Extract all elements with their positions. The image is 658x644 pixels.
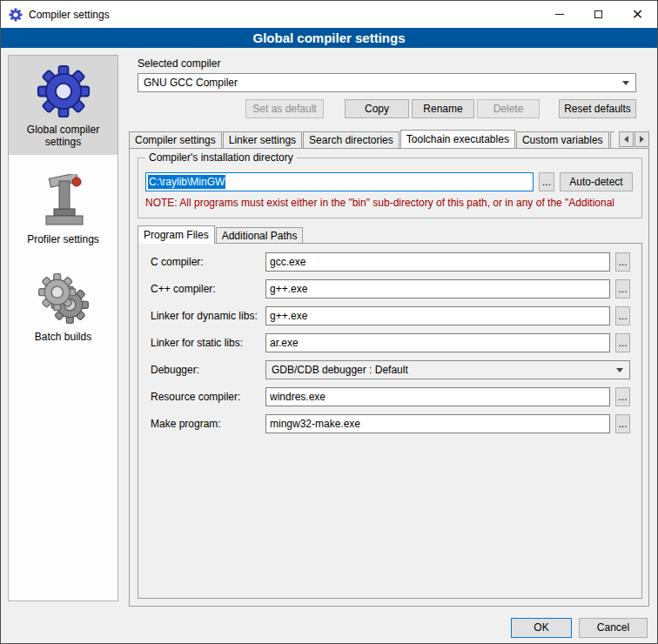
static-linker-label: Linker for static libs: bbox=[151, 333, 243, 352]
installation-note: NOTE: All programs must exist either in … bbox=[145, 197, 641, 209]
gray-gears-icon bbox=[37, 272, 91, 325]
tab-scroll-buttons bbox=[618, 131, 649, 147]
chevron-down-icon bbox=[616, 368, 623, 372]
maximize-button[interactable] bbox=[579, 1, 618, 28]
resource-compiler-row: Resource compiler: ... bbox=[138, 387, 641, 406]
c-compiler-row: C compiler: ... bbox=[138, 252, 641, 272]
cpp-compiler-label: C++ compiler: bbox=[151, 279, 216, 299]
close-button[interactable]: ✕ bbox=[618, 1, 657, 28]
tab-compiler-settings[interactable]: Compiler settings bbox=[129, 131, 222, 148]
tab-program-files[interactable]: Program Files bbox=[138, 225, 215, 244]
sidebar-item-label: Profiler settings bbox=[10, 233, 116, 245]
compiler-select-value: GNU GCC Compiler bbox=[144, 77, 238, 89]
sidebar-item-profiler-settings[interactable]: Profiler settings bbox=[9, 165, 118, 252]
make-program-label: Make program: bbox=[151, 414, 221, 433]
chevron-down-icon bbox=[622, 81, 629, 85]
browse-installation-directory-button[interactable]: ... bbox=[539, 172, 554, 191]
make-program-input[interactable] bbox=[265, 414, 610, 433]
resource-compiler-browse-button[interactable]: ... bbox=[615, 387, 630, 406]
static-linker-browse-button[interactable]: ... bbox=[615, 333, 630, 352]
arrow-left-icon bbox=[624, 136, 628, 143]
sidebar-item-label: Batch builds bbox=[10, 331, 116, 343]
installation-directory-group-title: Compiler's installation directory bbox=[145, 151, 297, 164]
make-program-row: Make program: ... bbox=[138, 414, 641, 433]
settings-tabstrip: Compiler settingsLinker settingsSearch d… bbox=[129, 130, 614, 148]
tab-scroll-left-button[interactable] bbox=[619, 131, 634, 147]
cpp-compiler-row: C++ compiler: ... bbox=[138, 279, 641, 299]
app-icon bbox=[9, 8, 23, 22]
sidebar-item-global-compiler-settings[interactable]: Global compiler settings bbox=[9, 56, 118, 155]
close-icon: ✕ bbox=[632, 8, 643, 22]
titlebar: Compiler settings ✕ bbox=[1, 1, 657, 28]
tab-toolchain-executables[interactable]: Toolchain executables bbox=[400, 130, 515, 148]
installation-directory-input[interactable]: C:\raylib\MinGW bbox=[145, 172, 534, 191]
tab-search-directories[interactable]: Search directories bbox=[303, 131, 400, 148]
selected-compiler-label: Selected compiler bbox=[138, 57, 220, 70]
static-linker-input[interactable] bbox=[265, 333, 610, 352]
program-files-tabstrip: Program FilesAdditional Paths bbox=[138, 225, 304, 244]
tab-build-options[interactable]: Buil bbox=[610, 131, 614, 148]
tab-linker-settings[interactable]: Linker settings bbox=[223, 131, 302, 148]
dynamic-linker-label: Linker for dynamic libs: bbox=[151, 306, 258, 325]
toolchain-executables-panel: Compiler's installation directory C:\ray… bbox=[129, 148, 649, 607]
profiler-tool-icon bbox=[37, 174, 90, 228]
c-compiler-label: C compiler: bbox=[151, 252, 204, 272]
maximize-icon bbox=[594, 10, 602, 18]
installation-directory-group: Compiler's installation directory C:\ray… bbox=[138, 158, 642, 218]
installation-directory-selected-text: C:\raylib\MinGW bbox=[148, 175, 225, 189]
dynamic-linker-input[interactable] bbox=[265, 306, 610, 325]
compiler-select[interactable]: GNU GCC Compiler bbox=[138, 73, 636, 92]
rename-button[interactable]: Rename bbox=[412, 99, 474, 118]
make-program-browse-button[interactable]: ... bbox=[615, 414, 630, 433]
debugger-select[interactable]: GDB/CDB debugger : Default bbox=[265, 360, 630, 379]
arrow-right-icon bbox=[640, 136, 644, 143]
c-compiler-browse-button[interactable]: ... bbox=[615, 252, 630, 272]
tab-additional-paths[interactable]: Additional Paths bbox=[216, 227, 304, 244]
dialog-body: Global compiler settings Profiler settin… bbox=[1, 48, 657, 643]
cpp-compiler-input[interactable] bbox=[265, 279, 610, 299]
static-linker-row: Linker for static libs: ... bbox=[138, 333, 641, 352]
delete-button: Delete bbox=[477, 99, 540, 118]
program-files-panel: C compiler: ... C++ compiler: ... Linker… bbox=[138, 243, 642, 599]
auto-detect-button[interactable]: Auto-detect bbox=[560, 172, 633, 191]
sidebar-item-batch-builds[interactable]: Batch builds bbox=[9, 263, 118, 350]
resource-compiler-input[interactable] bbox=[265, 387, 610, 406]
window-title: Compiler settings bbox=[29, 9, 110, 21]
debugger-row: Debugger: GDB/CDB debugger : Default bbox=[138, 360, 641, 379]
debugger-select-value: GDB/CDB debugger : Default bbox=[272, 364, 408, 376]
page-title: Global compiler settings bbox=[1, 28, 657, 48]
ok-button[interactable]: OK bbox=[511, 618, 572, 638]
main-panel: Selected compiler GNU GCC Compiler Set a… bbox=[127, 48, 649, 643]
dynamic-linker-row: Linker for dynamic libs: ... bbox=[138, 306, 641, 325]
resource-compiler-label: Resource compiler: bbox=[151, 387, 240, 406]
tab-custom-variables[interactable]: Custom variables bbox=[516, 131, 609, 148]
window-controls: ✕ bbox=[540, 1, 657, 28]
minimize-icon bbox=[555, 14, 564, 15]
compiler-settings-window: Compiler settings ✕ Global compiler sett… bbox=[0, 0, 658, 644]
debugger-label: Debugger: bbox=[151, 360, 199, 379]
cpp-compiler-browse-button[interactable]: ... bbox=[615, 279, 630, 299]
reset-defaults-button[interactable]: Reset defaults bbox=[559, 99, 636, 118]
dynamic-linker-browse-button[interactable]: ... bbox=[615, 306, 630, 325]
c-compiler-input[interactable] bbox=[265, 252, 610, 272]
minimize-button[interactable] bbox=[540, 1, 579, 28]
set-as-default-button: Set as default bbox=[245, 99, 324, 118]
cancel-button[interactable]: Cancel bbox=[579, 618, 648, 638]
settings-sidebar: Global compiler settings Profiler settin… bbox=[8, 55, 118, 601]
sidebar-item-label: Global compiler settings bbox=[10, 124, 116, 148]
copy-button[interactable]: Copy bbox=[345, 99, 409, 118]
blue-gear-icon bbox=[37, 64, 91, 118]
tab-scroll-right-button[interactable] bbox=[634, 131, 649, 147]
